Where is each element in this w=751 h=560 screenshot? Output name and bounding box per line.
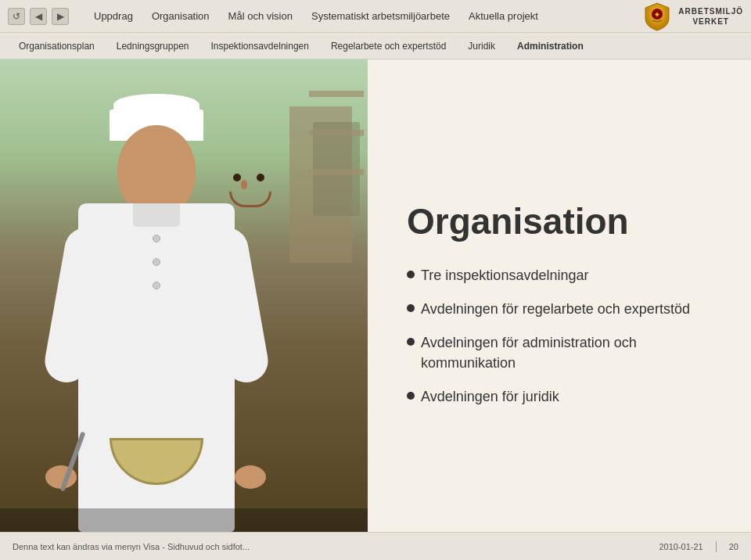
nav-controls: ↺ ◀ ▶: [8, 8, 69, 25]
nav-item-systematiskt[interactable]: Systematiskt arbetsmiljöarbete: [302, 10, 459, 22]
logo-icon: ✦: [642, 2, 672, 31]
bullet-dot-4: [407, 392, 415, 400]
bullet-dot-2: [407, 304, 415, 312]
nav-item-organisationsplan[interactable]: Organisationsplan: [8, 33, 106, 59]
nav-item-organisation[interactable]: Organisation: [142, 10, 219, 22]
footer-text: Denna text kan ändras via menyn Visa - S…: [13, 542, 250, 551]
logo-area: ✦ ARBETSMILJÖVERKET: [642, 2, 743, 31]
bullet-dot-3: [407, 338, 415, 346]
chef-figure: [23, 109, 321, 532]
slide-image: [0, 59, 368, 532]
second-navigation: Organisationsplan Ledningsgruppen Inspek…: [0, 33, 751, 59]
footer-right: 2010-01-21 20: [659, 541, 738, 552]
nav-item-inspektionsavdelningen[interactable]: Inspektionsavdelningen: [199, 33, 319, 59]
footer-date: 2010-01-21: [659, 542, 702, 551]
bullet-dot-1: [407, 271, 415, 278]
bullet-text-4: Avdelningen för juridik: [421, 387, 559, 407]
bullet-text-2: Avdelningen för regelarbete och expertst…: [421, 300, 690, 319]
main-nav-links: Uppdrag Organisation Mål och vision Syst…: [84, 10, 642, 22]
bullet-text-3: Avdelningen för administration och kommu…: [421, 333, 720, 372]
slide-title: Organisation: [407, 200, 720, 242]
bullet-item-1: Tre inspektionsavdelningar: [407, 266, 720, 285]
main-content: Organisation Tre inspektionsavdelningar …: [0, 59, 751, 532]
bullet-text-1: Tre inspektionsavdelningar: [421, 266, 588, 285]
nav-item-aktuella-projekt[interactable]: Aktuella projekt: [459, 10, 548, 22]
nav-item-juridik[interactable]: Juridik: [457, 33, 506, 59]
nav-item-ledningsgruppen[interactable]: Ledningsgruppen: [106, 33, 200, 59]
bullet-item-3: Avdelningen för administration och kommu…: [407, 333, 720, 372]
nav-item-regelarbete[interactable]: Regelarbete och expertstöd: [320, 33, 457, 59]
footer: Denna text kan ändras via menyn Visa - S…: [0, 532, 751, 560]
nav-item-uppdrag[interactable]: Uppdrag: [84, 10, 142, 22]
home-button[interactable]: ↺: [8, 8, 25, 25]
logo-text: ARBETSMILJÖVERKET: [678, 6, 743, 27]
footer-divider: [716, 541, 717, 552]
top-navigation: ↺ ◀ ▶ Uppdrag Organisation Mål och visio…: [0, 0, 751, 33]
back-button[interactable]: ◀: [30, 8, 47, 25]
slide-text-content: Organisation Tre inspektionsavdelningar …: [368, 59, 751, 532]
bullet-list: Tre inspektionsavdelningar Avdelningen f…: [407, 266, 720, 407]
nav-item-mal-och-vision[interactable]: Mål och vision: [219, 10, 302, 22]
bullet-item-4: Avdelningen för juridik: [407, 387, 720, 407]
footer-page: 20: [729, 542, 738, 551]
forward-button[interactable]: ▶: [52, 8, 69, 25]
nav-item-administration[interactable]: Administration: [506, 33, 595, 59]
bullet-item-2: Avdelningen för regelarbete och expertst…: [407, 300, 720, 319]
svg-text:✦: ✦: [654, 11, 660, 19]
